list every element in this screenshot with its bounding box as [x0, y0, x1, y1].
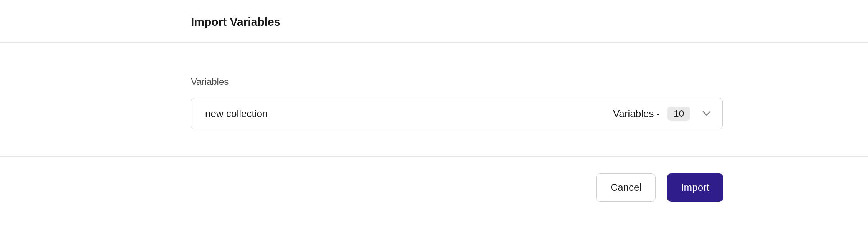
select-meta: Variables - 10 — [613, 107, 711, 121]
import-button[interactable]: Import — [667, 173, 723, 202]
dialog-content: Variables new collection Variables - 10 — [0, 43, 868, 157]
variables-select[interactable]: new collection Variables - 10 — [191, 98, 723, 129]
dialog-header: Import Variables — [0, 0, 868, 43]
dialog-footer: Cancel Import — [0, 157, 868, 202]
dialog-title: Import Variables — [191, 15, 868, 28]
select-value-text: new collection — [205, 108, 268, 120]
select-suffix-label: Variables - — [613, 108, 660, 120]
chevron-down-icon — [702, 109, 711, 118]
variables-field-label: Variables — [191, 76, 868, 87]
cancel-button[interactable]: Cancel — [596, 173, 656, 202]
variables-count-badge: 10 — [667, 107, 690, 121]
